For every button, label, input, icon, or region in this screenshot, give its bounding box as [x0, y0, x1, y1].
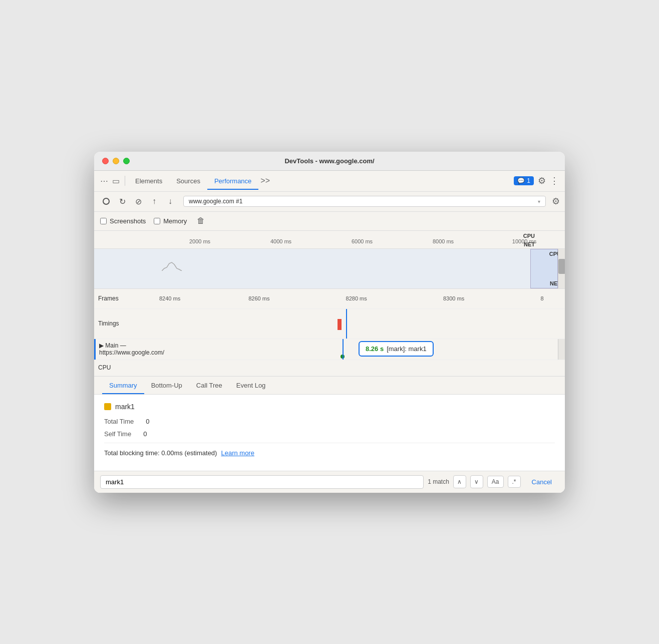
tab-elements[interactable]: Elements: [128, 172, 169, 190]
download-icon: ↓: [168, 197, 172, 206]
popup-mark-label: [mark]: mark1: [387, 345, 426, 353]
search-input[interactable]: [100, 475, 424, 489]
popup-time: 8.26 s: [366, 345, 384, 353]
summary-content: mark1 Total Time 0 Self Time 0 Total blo…: [94, 395, 565, 471]
summary-title: mark1: [104, 403, 555, 411]
device-icon[interactable]: ▭: [112, 176, 120, 186]
capture-options: Screenshots Memory 🗑: [94, 212, 565, 231]
mark-icon: [104, 403, 111, 410]
zoom-tick-2: 8280 ms: [346, 295, 367, 301]
learn-more-link[interactable]: Learn more: [221, 449, 254, 457]
track-scrollbar[interactable]: [558, 339, 565, 360]
scrollbar-thumb[interactable]: [558, 259, 565, 274]
refresh-icon: ↻: [119, 197, 126, 206]
self-time-value: 0: [143, 430, 147, 438]
capture-settings-icon[interactable]: ⚙: [552, 196, 560, 207]
timings-content: [159, 309, 565, 339]
trash-icon[interactable]: 🗑: [197, 216, 205, 225]
url-dropdown-icon: ▾: [538, 199, 540, 204]
case-sensitive-button[interactable]: Aa: [487, 476, 504, 488]
tab-event-log[interactable]: Event Log: [229, 377, 273, 394]
regex-button[interactable]: .*: [508, 476, 521, 488]
timeline-ruler: 2000 ms 4000 ms 6000 ms 8000 ms 10000 ms…: [94, 231, 565, 249]
search-bar: 1 match ∧ ∨ Aa .* Cancel: [94, 471, 565, 493]
cpu-ruler-label: CPU: [523, 233, 535, 239]
total-time-row: Total Time 0: [104, 418, 555, 425]
clear-icon: ⊘: [135, 197, 142, 206]
overflow-menu-icon[interactable]: ⋮: [550, 175, 559, 186]
download-button[interactable]: ↓: [163, 194, 177, 208]
window-title: DevTools - www.google.com/: [284, 157, 374, 165]
search-match-count: 1 match: [428, 478, 449, 485]
tick-2000: 2000 ms: [159, 238, 240, 244]
zoom-tick-4: 8: [540, 295, 543, 301]
tick-4000: 4000 ms: [240, 238, 321, 244]
zoomed-track-area: Frames 8240 ms 8260 ms 8280 ms 8300 ms 8…: [94, 289, 565, 377]
url-selector[interactable]: www.google.com #1 ▾: [183, 196, 546, 207]
self-time-label: Self Time: [104, 430, 131, 438]
upload-icon: ↑: [152, 197, 156, 206]
notification-badge[interactable]: 💬 1: [514, 176, 534, 185]
chat-icon: 💬: [517, 177, 525, 184]
nav-divider: [125, 176, 125, 186]
url-text: www.google.com #1: [189, 198, 242, 205]
blue-timeline-cursor: [346, 309, 347, 339]
main-row: ▶ Main — https://www.google.com/ 8.26 s …: [94, 339, 565, 360]
toolbar: ↻ ⊘ ↑ ↓ www.google.com #1 ▾ ⚙: [94, 192, 565, 212]
timing-mark-red: [338, 319, 342, 330]
settings-icon[interactable]: ⚙: [538, 175, 546, 186]
more-tabs-icon[interactable]: >>: [260, 176, 270, 185]
frames-label: Frames: [94, 295, 159, 302]
search-prev-button[interactable]: ∧: [453, 475, 466, 488]
devtools-window: DevTools - www.google.com/ ⋯ ▭ Elements …: [94, 152, 565, 493]
tab-sources[interactable]: Sources: [169, 172, 207, 190]
total-time-value: 0: [146, 418, 149, 425]
minimize-button[interactable]: [113, 158, 119, 164]
title-bar: DevTools - www.google.com/: [94, 152, 565, 171]
blocking-text: Total blocking time: 0.00ms (estimated): [104, 449, 217, 457]
tab-performance[interactable]: Performance: [207, 172, 258, 190]
sub-tabs: Summary Bottom-Up Call Tree Event Log: [94, 377, 565, 395]
memory-input[interactable]: [154, 218, 160, 224]
net-ruler-label: NET: [524, 241, 535, 247]
frames-row: Frames 8240 ms 8260 ms 8280 ms 8300 ms 8: [94, 289, 565, 309]
bottom-panel: Summary Bottom-Up Call Tree Event Log ma…: [94, 377, 565, 493]
close-button[interactable]: [102, 158, 109, 164]
screenshots-input[interactable]: [100, 218, 107, 224]
nav-tabs: ⋯ ▭ Elements Sources Performance >> 💬 1 …: [94, 171, 565, 192]
tick-6000: 6000 ms: [321, 238, 403, 244]
tick-8000: 8000 ms: [403, 238, 484, 244]
maximize-button[interactable]: [123, 158, 130, 164]
upload-button[interactable]: ↑: [147, 194, 161, 208]
mark-tooltip: 8.26 s [mark]: mark1: [359, 341, 434, 357]
ruler-ticks: 2000 ms 4000 ms 6000 ms 8000 ms 10000 ms: [94, 233, 565, 246]
memory-checkbox[interactable]: Memory: [154, 217, 187, 225]
cancel-button[interactable]: Cancel: [525, 476, 559, 488]
zoom-tick-1: 8260 ms: [248, 295, 269, 301]
main-left-border: [94, 339, 96, 360]
main-blue-cursor: [343, 339, 344, 360]
cursor-icon[interactable]: ⋯: [100, 176, 108, 186]
blocking-row: Total blocking time: 0.00ms (estimated) …: [104, 443, 555, 463]
tab-summary[interactable]: Summary: [102, 377, 144, 394]
scrollbar[interactable]: [558, 249, 565, 288]
zoom-tick-3: 8300 ms: [443, 295, 464, 301]
traffic-lights: [102, 158, 130, 164]
record-button[interactable]: [99, 194, 113, 208]
mark-name: mark1: [115, 403, 135, 411]
cpu-track-row: CPU: [94, 360, 565, 376]
timeline-area[interactable]: CPU NET: [94, 249, 565, 289]
cpu-track-label: CPU: [94, 364, 159, 371]
tab-call-tree[interactable]: Call Tree: [189, 377, 229, 394]
timings-row: Timings: [94, 309, 565, 339]
self-time-row: Self Time 0: [104, 430, 555, 438]
screenshots-checkbox[interactable]: Screenshots: [100, 217, 146, 225]
cpu-activity-graph: [162, 258, 192, 271]
tab-bottom-up[interactable]: Bottom-Up: [144, 377, 189, 394]
search-next-button[interactable]: ∨: [470, 475, 483, 488]
main-label: ▶ Main — https://www.google.com/: [94, 342, 159, 356]
timings-label: Timings: [94, 320, 159, 327]
reload-button[interactable]: ↻: [115, 194, 129, 208]
main-content: 8.26 s [mark]: mark1: [159, 339, 558, 360]
clear-button[interactable]: ⊘: [131, 194, 145, 208]
